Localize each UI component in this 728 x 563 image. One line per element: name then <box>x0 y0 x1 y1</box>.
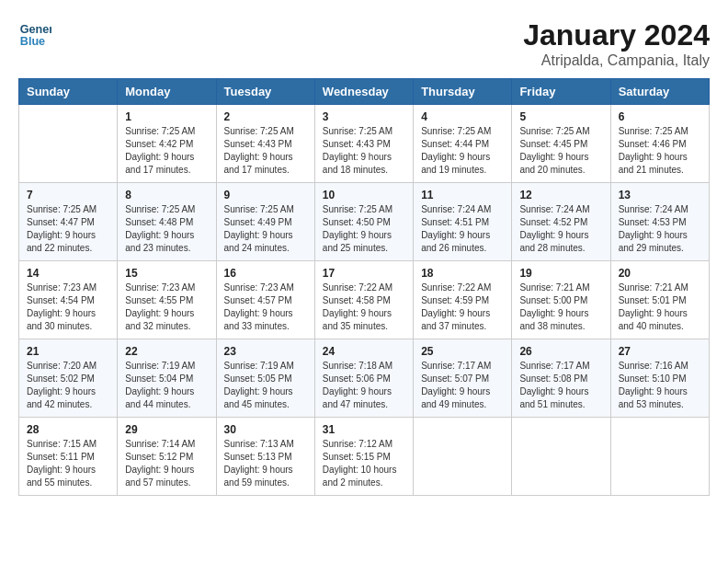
cell-w2-d7: 13Sunrise: 7:24 AM Sunset: 4:53 PM Dayli… <box>610 183 709 261</box>
cell-w5-d3: 30Sunrise: 7:13 AM Sunset: 5:13 PM Dayli… <box>216 418 314 496</box>
day-info: Sunrise: 7:25 AM Sunset: 4:46 PM Dayligh… <box>619 125 701 177</box>
day-number: 3 <box>323 110 405 123</box>
day-info: Sunrise: 7:23 AM Sunset: 4:57 PM Dayligh… <box>224 282 307 333</box>
svg-text:Blue: Blue <box>20 35 45 48</box>
cell-w2-d1: 7Sunrise: 7:25 AM Sunset: 4:47 PM Daylig… <box>19 183 118 261</box>
cell-w2-d2: 8Sunrise: 7:25 AM Sunset: 4:48 PM Daylig… <box>118 183 216 261</box>
cell-w4-d7: 27Sunrise: 7:16 AM Sunset: 5:10 PM Dayli… <box>610 339 709 418</box>
cell-w3-d6: 19Sunrise: 7:21 AM Sunset: 5:00 PM Dayli… <box>512 261 610 339</box>
cell-w1-d1 <box>19 105 118 183</box>
day-info: Sunrise: 7:19 AM Sunset: 5:05 PM Dayligh… <box>224 360 307 411</box>
day-info: Sunrise: 7:24 AM Sunset: 4:52 PM Dayligh… <box>519 203 602 255</box>
day-number: 2 <box>224 110 307 123</box>
week-row-4: 21Sunrise: 7:20 AM Sunset: 5:02 PM Dayli… <box>19 339 710 418</box>
cell-w3-d3: 16Sunrise: 7:23 AM Sunset: 4:57 PM Dayli… <box>216 261 314 339</box>
col-header-wednesday: Wednesday <box>314 79 413 105</box>
day-info: Sunrise: 7:18 AM Sunset: 5:06 PM Dayligh… <box>323 360 405 411</box>
day-number: 29 <box>125 423 208 436</box>
cell-w4-d6: 26Sunrise: 7:17 AM Sunset: 5:08 PM Dayli… <box>512 339 610 418</box>
day-number: 7 <box>27 189 109 201</box>
day-info: Sunrise: 7:17 AM Sunset: 5:08 PM Dayligh… <box>519 360 602 411</box>
day-number: 26 <box>519 345 602 358</box>
day-info: Sunrise: 7:12 AM Sunset: 5:15 PM Dayligh… <box>323 438 405 489</box>
day-info: Sunrise: 7:17 AM Sunset: 5:07 PM Dayligh… <box>421 360 504 411</box>
logo-icon: General Blue <box>18 18 51 52</box>
cell-w5-d6 <box>512 418 610 496</box>
day-info: Sunrise: 7:13 AM Sunset: 5:13 PM Dayligh… <box>224 438 307 489</box>
day-number: 19 <box>519 267 602 280</box>
day-number: 21 <box>27 345 109 358</box>
col-header-thursday: Thursday <box>414 79 512 105</box>
day-number: 23 <box>224 345 307 358</box>
day-info: Sunrise: 7:25 AM Sunset: 4:44 PM Dayligh… <box>421 125 504 177</box>
day-number: 31 <box>323 423 405 436</box>
day-info: Sunrise: 7:25 AM Sunset: 4:43 PM Dayligh… <box>224 125 307 177</box>
cell-w5-d5 <box>414 418 512 496</box>
cell-w3-d5: 18Sunrise: 7:22 AM Sunset: 4:59 PM Dayli… <box>414 261 512 339</box>
page-title: January 2024 <box>523 18 710 52</box>
cell-w5-d1: 28Sunrise: 7:15 AM Sunset: 5:11 PM Dayli… <box>19 418 118 496</box>
day-number: 13 <box>619 189 701 201</box>
col-header-friday: Friday <box>512 79 610 105</box>
col-header-monday: Monday <box>118 79 216 105</box>
day-info: Sunrise: 7:19 AM Sunset: 5:04 PM Dayligh… <box>125 360 208 411</box>
cell-w1-d7: 6Sunrise: 7:25 AM Sunset: 4:46 PM Daylig… <box>610 105 709 183</box>
day-number: 8 <box>125 189 208 201</box>
cell-w2-d6: 12Sunrise: 7:24 AM Sunset: 4:52 PM Dayli… <box>512 183 610 261</box>
cell-w2-d5: 11Sunrise: 7:24 AM Sunset: 4:51 PM Dayli… <box>414 183 512 261</box>
cell-w1-d2: 1Sunrise: 7:25 AM Sunset: 4:42 PM Daylig… <box>118 105 216 183</box>
day-number: 9 <box>224 189 307 201</box>
day-info: Sunrise: 7:22 AM Sunset: 4:59 PM Dayligh… <box>421 282 504 333</box>
cell-w5-d7 <box>610 418 709 496</box>
day-number: 17 <box>323 267 405 280</box>
day-number: 16 <box>224 267 307 280</box>
day-number: 25 <box>421 345 504 358</box>
cell-w5-d4: 31Sunrise: 7:12 AM Sunset: 5:15 PM Dayli… <box>314 418 413 496</box>
day-info: Sunrise: 7:24 AM Sunset: 4:53 PM Dayligh… <box>619 203 701 255</box>
day-info: Sunrise: 7:25 AM Sunset: 4:50 PM Dayligh… <box>323 203 405 255</box>
cell-w2-d4: 10Sunrise: 7:25 AM Sunset: 4:50 PM Dayli… <box>314 183 413 261</box>
cell-w1-d3: 2Sunrise: 7:25 AM Sunset: 4:43 PM Daylig… <box>216 105 314 183</box>
day-number: 5 <box>519 110 602 123</box>
day-number: 4 <box>421 110 504 123</box>
day-number: 24 <box>323 345 405 358</box>
day-info: Sunrise: 7:25 AM Sunset: 4:45 PM Dayligh… <box>519 125 602 177</box>
cell-w4-d4: 24Sunrise: 7:18 AM Sunset: 5:06 PM Dayli… <box>314 339 413 418</box>
header: General Blue January 2024 Atripalda, Cam… <box>18 18 710 69</box>
day-number: 14 <box>27 267 109 280</box>
week-row-5: 28Sunrise: 7:15 AM Sunset: 5:11 PM Dayli… <box>19 418 710 496</box>
day-number: 1 <box>125 110 208 123</box>
day-number: 22 <box>125 345 208 358</box>
cell-w4-d5: 25Sunrise: 7:17 AM Sunset: 5:07 PM Dayli… <box>414 339 512 418</box>
cell-w1-d4: 3Sunrise: 7:25 AM Sunset: 4:43 PM Daylig… <box>314 105 413 183</box>
day-info: Sunrise: 7:25 AM Sunset: 4:42 PM Dayligh… <box>125 125 208 177</box>
logo: General Blue <box>18 18 51 52</box>
day-number: 10 <box>323 189 405 201</box>
cell-w4-d2: 22Sunrise: 7:19 AM Sunset: 5:04 PM Dayli… <box>118 339 216 418</box>
calendar-table: SundayMondayTuesdayWednesdayThursdayFrid… <box>18 78 710 496</box>
day-info: Sunrise: 7:20 AM Sunset: 5:02 PM Dayligh… <box>27 360 109 411</box>
day-number: 6 <box>619 110 701 123</box>
day-number: 18 <box>421 267 504 280</box>
week-row-1: 1Sunrise: 7:25 AM Sunset: 4:42 PM Daylig… <box>19 105 710 183</box>
day-number: 28 <box>27 423 109 436</box>
day-info: Sunrise: 7:23 AM Sunset: 4:54 PM Dayligh… <box>27 282 109 333</box>
col-header-tuesday: Tuesday <box>216 79 314 105</box>
day-number: 15 <box>125 267 208 280</box>
day-info: Sunrise: 7:25 AM Sunset: 4:49 PM Dayligh… <box>224 203 307 255</box>
cell-w1-d6: 5Sunrise: 7:25 AM Sunset: 4:45 PM Daylig… <box>512 105 610 183</box>
week-row-3: 14Sunrise: 7:23 AM Sunset: 4:54 PM Dayli… <box>19 261 710 339</box>
day-info: Sunrise: 7:24 AM Sunset: 4:51 PM Dayligh… <box>421 203 504 255</box>
day-info: Sunrise: 7:14 AM Sunset: 5:12 PM Dayligh… <box>125 438 208 489</box>
cell-w3-d2: 15Sunrise: 7:23 AM Sunset: 4:55 PM Dayli… <box>118 261 216 339</box>
day-info: Sunrise: 7:21 AM Sunset: 5:01 PM Dayligh… <box>619 282 701 333</box>
day-number: 30 <box>224 423 307 436</box>
day-info: Sunrise: 7:25 AM Sunset: 4:48 PM Dayligh… <box>125 203 208 255</box>
day-number: 11 <box>421 189 504 201</box>
day-info: Sunrise: 7:23 AM Sunset: 4:55 PM Dayligh… <box>125 282 208 333</box>
day-info: Sunrise: 7:25 AM Sunset: 4:43 PM Dayligh… <box>323 125 405 177</box>
week-row-2: 7Sunrise: 7:25 AM Sunset: 4:47 PM Daylig… <box>19 183 710 261</box>
cell-w2-d3: 9Sunrise: 7:25 AM Sunset: 4:49 PM Daylig… <box>216 183 314 261</box>
cell-w4-d3: 23Sunrise: 7:19 AM Sunset: 5:05 PM Dayli… <box>216 339 314 418</box>
cell-w4-d1: 21Sunrise: 7:20 AM Sunset: 5:02 PM Dayli… <box>19 339 118 418</box>
